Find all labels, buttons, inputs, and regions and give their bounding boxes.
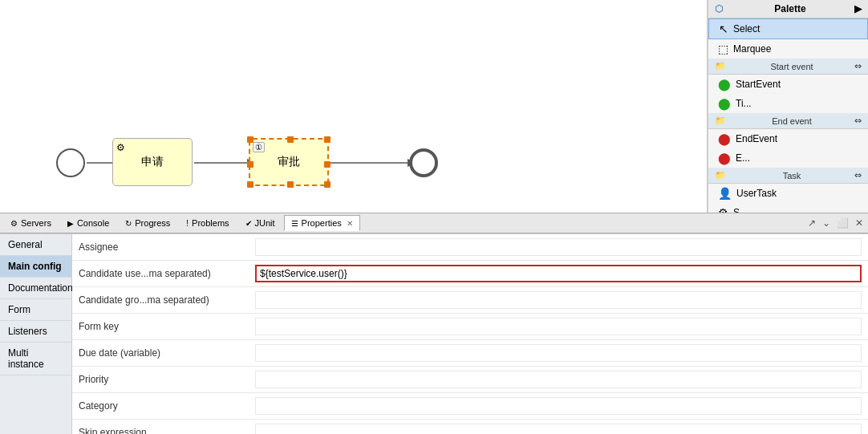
handle-tl [247, 136, 254, 143]
end-event-2-icon: ⬤ [718, 152, 731, 164]
field-priority-cell [249, 367, 868, 393]
tab-properties[interactable]: ☰ Properties ✕ [284, 215, 360, 231]
top-area: ⚙ 申请 ① 审批 [0, 0, 868, 213]
palette-icon: ⬡ [715, 3, 723, 14]
tab-junit-label: JUnit [255, 218, 275, 228]
tab-problems[interactable]: ! Problems [179, 215, 236, 231]
props-sidebar-listeners-label: Listeners [8, 326, 47, 337]
field-category-input[interactable] [255, 397, 862, 415]
field-candidate-users-input[interactable] [255, 265, 862, 282]
palette-section-start-event[interactable]: 📁 Start event ⇔ [708, 59, 868, 75]
field-priority-label: Priority [72, 367, 249, 393]
props-content: Assignee Candidate use...ma separated) C… [72, 234, 868, 434]
palette-select-tool[interactable]: ↖ Select [708, 18, 868, 39]
field-due-date-label: Due date (variable) [72, 340, 249, 367]
task-num-icon: ① [253, 142, 265, 152]
props-sidebar-form[interactable]: Form [0, 299, 71, 321]
end-event-icon: ⬤ [718, 132, 731, 145]
palette-marquee-tool[interactable]: ⬚ Marquee [708, 39, 868, 59]
props-sidebar: General Main config Documentation Form L… [0, 234, 72, 434]
task-申请[interactable]: ⚙ 申请 [112, 138, 193, 186]
start-event[interactable] [56, 148, 85, 177]
progress-icon: ↻ [125, 219, 132, 228]
start-event-collapse-icon: ⇔ [854, 61, 862, 71]
properties-icon: ☰ [291, 219, 298, 228]
marquee-icon: ⬚ [718, 43, 728, 55]
tab-servers[interactable]: ⚙ Servers [3, 215, 59, 231]
cursor-icon: ↖ [719, 22, 728, 35]
field-assignee-label: Assignee [72, 234, 249, 261]
field-skip-expression-input[interactable] [255, 424, 862, 434]
end-event[interactable] [409, 148, 438, 177]
palette-service-task-label: S... [733, 207, 748, 213]
field-form-key-input[interactable] [255, 318, 862, 335]
palette-expand-icon[interactable]: ▶ [854, 3, 862, 14]
tab-close-icon[interactable]: ✕ [347, 219, 353, 228]
field-due-date-input[interactable] [255, 344, 862, 362]
tab-action-restore[interactable]: ⬜ [835, 216, 850, 230]
task-section-label: Task [783, 171, 801, 180]
palette-end-event-label: EndEvent [736, 133, 777, 144]
task-申请-label: 申请 [141, 155, 164, 169]
palette-user-task-label: UserTask [736, 188, 777, 199]
tab-action-close[interactable]: ✕ [854, 216, 865, 230]
tab-problems-label: Problems [192, 218, 229, 228]
props-sidebar-main-config[interactable]: Main config [0, 256, 71, 278]
palette-marquee-label: Marquee [733, 43, 771, 55]
task-gear-icon: ⚙ [116, 142, 125, 153]
junit-icon: ✔ [245, 219, 252, 228]
table-row: Priority [72, 367, 868, 393]
tab-actions: ↗ ⌄ ⬜ ✕ [806, 216, 865, 230]
field-candidate-groups-input[interactable] [255, 291, 862, 309]
table-row: Category [72, 393, 868, 420]
palette-user-task[interactable]: 👤 UserTask [708, 184, 868, 203]
field-form-key-cell [249, 314, 868, 340]
palette-end-event[interactable]: ⬤ EndEvent [708, 129, 868, 148]
user-task-icon: 👤 [718, 187, 732, 200]
props-sidebar-listeners[interactable]: Listeners [0, 321, 71, 343]
tab-junit[interactable]: ✔ JUnit [238, 215, 282, 231]
tab-progress-label: Progress [135, 218, 170, 228]
palette-timer-event[interactable]: ⬤ Ti... [708, 94, 868, 113]
tab-properties-label: Properties [302, 218, 342, 228]
field-skip-expression-label: Skip expression [72, 420, 249, 435]
props-sidebar-multi-instance[interactable]: Multi instance [0, 343, 71, 375]
palette-start-event[interactable]: ⬤ StartEvent [708, 75, 868, 94]
tab-action-open[interactable]: ↗ [806, 216, 817, 230]
props-sidebar-documentation[interactable]: Documentation [0, 278, 71, 299]
service-task-icon: ⚙ [718, 206, 728, 213]
props-sidebar-general[interactable]: General [0, 234, 71, 256]
handle-ml [247, 161, 254, 168]
diagram-arrows [0, 0, 707, 213]
tab-progress[interactable]: ↻ Progress [118, 215, 177, 231]
handle-tc [287, 136, 294, 143]
tab-console[interactable]: ▶ Console [60, 215, 116, 231]
start-event-icon: ⬤ [718, 78, 731, 91]
tab-action-dropdown[interactable]: ⌄ [821, 216, 832, 230]
props-sidebar-multi-instance-label: Multi instance [8, 347, 44, 370]
field-assignee-cell [249, 234, 868, 261]
end-event-section-label: End event [772, 116, 812, 126]
palette-end-event-2[interactable]: ⬤ E... [708, 148, 868, 168]
palette-section-end-event[interactable]: 📁 End event ⇔ [708, 113, 868, 129]
palette-service-task[interactable]: ⚙ S... [708, 203, 868, 213]
end-event-collapse-icon: ⇔ [854, 116, 862, 126]
tab-console-label: Console [77, 218, 109, 228]
palette-section-task[interactable]: 📁 Task ⇔ [708, 168, 868, 184]
table-row: Assignee [72, 234, 868, 261]
palette-start-event-label: StartEvent [736, 79, 781, 90]
task-审批[interactable]: ① 审批 [249, 138, 329, 186]
end-event-folder-icon: 📁 [715, 116, 726, 126]
task-collapse-icon: ⇔ [854, 170, 862, 180]
task-folder-icon: 📁 [715, 170, 726, 180]
table-row: Due date (variable) [72, 340, 868, 367]
field-form-key-label: Form key [72, 314, 249, 340]
canvas-area[interactable]: ⚙ 申请 ① 审批 [0, 0, 708, 213]
field-priority-input[interactable] [255, 371, 862, 388]
tabs-bar: ⚙ Servers ▶ Console ↻ Progress ! Problem… [0, 213, 868, 233]
palette-end-event-2-label: E... [736, 152, 750, 164]
field-assignee-input[interactable] [255, 238, 862, 256]
palette-select-label: Select [733, 23, 760, 34]
palette-scroll[interactable]: ↖ Select ⬚ Marquee 📁 Start event ⇔ ⬤ Sta… [708, 18, 868, 213]
palette-header: ⬡ Palette ▶ [708, 0, 868, 18]
